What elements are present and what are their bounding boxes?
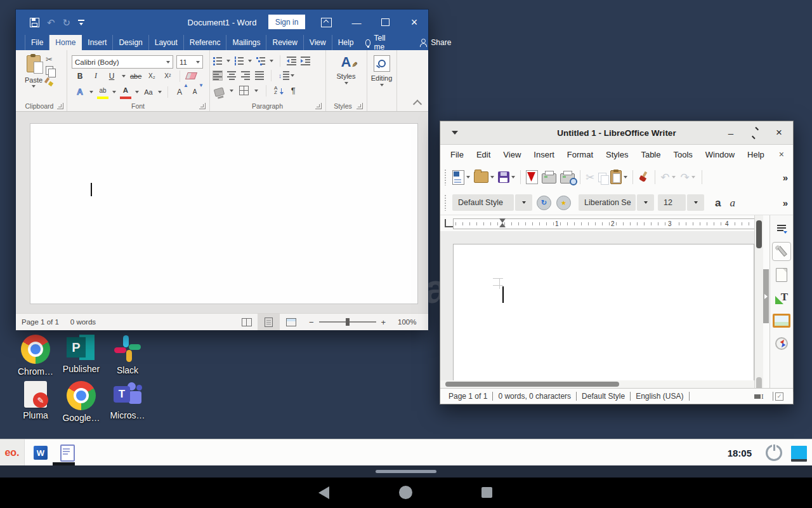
redo-icon[interactable]: ↻ <box>63 18 71 27</box>
sidebar-page-button[interactable] <box>773 266 790 284</box>
horizontal-ruler[interactable]: 1 2 3 4 <box>440 215 754 231</box>
ruler-band[interactable]: 1 2 3 4 <box>453 218 755 229</box>
word-titlebar[interactable]: ↶ ↻ Document1 - Word Sign in — × <box>16 10 428 35</box>
strikethrough-button[interactable]: abe <box>130 70 141 82</box>
collapse-ribbon-icon[interactable] <box>413 100 422 109</box>
tab-review[interactable]: Review <box>266 35 303 50</box>
menu-format[interactable]: Format <box>561 150 599 159</box>
sort-icon[interactable]: AZ <box>274 86 282 95</box>
tab-design[interactable]: Design <box>113 35 148 50</box>
web-layout-button[interactable] <box>280 314 302 330</box>
subscript-button[interactable]: X₂ <box>146 70 157 82</box>
ribbon-display-options-icon[interactable] <box>321 18 332 27</box>
toolbar-overflow-button[interactable]: » <box>783 197 788 208</box>
toolbar-overflow-button[interactable]: » <box>783 172 788 183</box>
home-button[interactable] <box>399 486 412 499</box>
styles-dialog-launcher[interactable] <box>357 103 363 109</box>
tab-references[interactable]: Referenc <box>184 35 227 50</box>
font-name-combo[interactable]: Liberation Se <box>579 194 654 211</box>
close-button[interactable]: × <box>405 10 424 35</box>
superscript-button[interactable]: X² <box>162 70 173 82</box>
update-style-icon[interactable] <box>537 196 551 210</box>
indent-marker[interactable] <box>499 218 506 223</box>
sidebar-hide-handle[interactable] <box>763 269 769 323</box>
page-count[interactable]: Page 1 of 1 <box>449 392 487 401</box>
desktop-icon-slack[interactable]: Slack <box>101 335 154 375</box>
minimize-button[interactable]: – <box>722 121 740 144</box>
paragraph-style-value[interactable]: Default Style <box>452 194 514 211</box>
zoom-slider-thumb[interactable] <box>346 318 350 326</box>
zoom-in-button[interactable]: + <box>381 318 386 327</box>
tab-help[interactable]: Help <box>332 35 360 50</box>
window-menu-icon[interactable] <box>452 131 458 135</box>
restore-button[interactable] <box>746 121 764 144</box>
minimize-button[interactable]: — <box>347 10 366 35</box>
tab-file[interactable]: File <box>25 35 49 50</box>
toolbar-grip[interactable] <box>444 169 447 185</box>
multilevel-list-icon[interactable] <box>256 57 265 65</box>
underline-button[interactable]: U <box>106 70 117 82</box>
bold-button[interactable]: a <box>715 197 721 208</box>
font-size-value[interactable]: 12 <box>658 194 686 211</box>
export-pdf-button[interactable] <box>526 170 538 184</box>
print-layout-button[interactable] <box>258 314 280 330</box>
share-button[interactable]: Share <box>413 35 457 50</box>
decrease-indent-icon[interactable] <box>287 57 296 65</box>
bullets-icon[interactable] <box>213 57 222 65</box>
editing-button[interactable]: Editing <box>367 55 396 86</box>
zoom-slider[interactable] <box>319 321 376 323</box>
read-mode-button[interactable] <box>235 314 258 330</box>
horizontal-scrollbar[interactable] <box>440 380 754 388</box>
page-count[interactable]: Page 1 of 1 <box>22 318 59 326</box>
selection-mode-icon[interactable]: ✓ <box>775 392 783 401</box>
desktop-icon-google[interactable]: Google… <box>55 381 108 423</box>
sidebar-styles-button[interactable]: T <box>773 289 790 307</box>
undo-icon[interactable]: ↶ <box>47 18 55 27</box>
borders-icon[interactable] <box>239 86 249 95</box>
underline-dropdown[interactable] <box>122 75 126 77</box>
close-button[interactable]: × <box>770 121 788 144</box>
maximize-button[interactable] <box>376 10 395 35</box>
print-preview-button[interactable] <box>560 171 575 184</box>
undo-button[interactable]: ↶ <box>660 172 669 183</box>
tab-stop-selector[interactable] <box>445 219 453 227</box>
libreoffice-titlebar[interactable]: Untitled 1 - LibreOffice Writer – × <box>440 121 793 145</box>
font-size-combo[interactable]: 11 <box>176 55 203 69</box>
tab-view[interactable]: View <box>304 35 332 50</box>
sidebar-navigator-button[interactable] <box>773 335 790 352</box>
zoom-percentage[interactable]: 100% <box>398 318 416 326</box>
word-page[interactable] <box>30 123 418 304</box>
tab-home[interactable]: Home <box>49 35 82 50</box>
bullets-dropdown[interactable] <box>226 60 230 62</box>
os-menu-button[interactable]: eo. <box>0 439 25 466</box>
page-style[interactable]: Default Style <box>582 392 625 401</box>
horizontal-scrollbar-thumb[interactable] <box>445 382 619 387</box>
paste-button[interactable] <box>610 170 627 184</box>
shrink-font-button[interactable]: A▼ <box>189 86 200 98</box>
align-right-icon[interactable] <box>241 71 250 80</box>
copy-icon[interactable] <box>46 66 53 75</box>
menu-styles[interactable]: Styles <box>599 150 634 159</box>
clone-formatting-button[interactable] <box>638 171 650 183</box>
gesture-pill[interactable] <box>376 470 436 473</box>
font-name-dropdown[interactable] <box>637 194 654 211</box>
menu-file[interactable]: File <box>444 150 470 159</box>
sidebar-properties-button[interactable] <box>772 242 791 261</box>
save-icon[interactable] <box>30 18 39 27</box>
highlight-dropdown[interactable] <box>112 91 116 93</box>
new-style-icon[interactable] <box>556 196 571 210</box>
format-painter-icon[interactable] <box>45 77 53 86</box>
tell-me-button[interactable]: Tell me <box>359 35 394 50</box>
writer-page[interactable] <box>453 244 754 380</box>
italic-button[interactable]: a <box>730 197 735 208</box>
numbering-dropdown[interactable] <box>248 60 252 62</box>
cut-button[interactable]: ✂ <box>586 172 594 183</box>
line-spacing-icon[interactable]: ↕ <box>278 71 294 80</box>
toolbar-grip[interactable] <box>444 194 447 211</box>
clear-formatting-icon[interactable] <box>185 72 197 79</box>
text-effects-dropdown[interactable] <box>89 91 93 93</box>
clipboard-dialog-launcher[interactable] <box>57 103 63 109</box>
word-document-area[interactable] <box>16 112 428 313</box>
cut-icon[interactable]: ✂ <box>46 55 53 64</box>
recents-button[interactable] <box>481 487 492 498</box>
